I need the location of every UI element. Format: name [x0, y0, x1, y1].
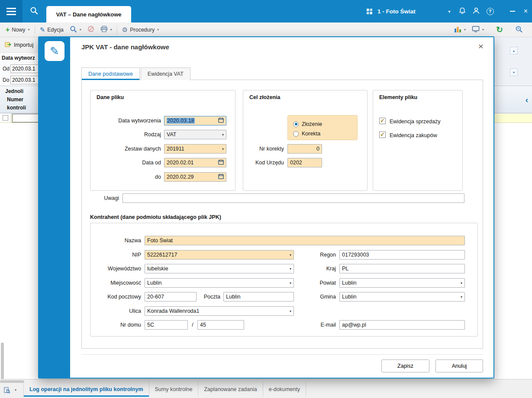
view-settings-button[interactable]: ▾ — [469, 24, 487, 36]
calendar-icon[interactable] — [218, 159, 224, 166]
checkbox-ewidencja-sprzedazy[interactable]: ✓ — [379, 118, 386, 124]
tab-label: Dane podstawowe — [88, 71, 133, 77]
bottom-tab-sumy-kontrolne[interactable]: Sumy kontrolne — [149, 382, 199, 397]
nr-domu-input[interactable] — [145, 320, 188, 330]
chevron-down-icon: ▾ — [461, 281, 462, 285]
collapse-panel-button[interactable]: ‹ — [522, 94, 532, 106]
tab-dane-podstawowe[interactable]: Dane podstawowe — [81, 67, 140, 80]
select-value: 201911 — [167, 146, 184, 152]
kod-pocztowy-input[interactable] — [145, 292, 197, 302]
cel-radio-group: Złożenie Korekta — [287, 115, 358, 140]
log-icon[interactable] — [3, 387, 10, 395]
close-window-button[interactable]: × — [519, 0, 532, 22]
scroll-down-button[interactable]: ▼ — [510, 68, 518, 76]
save-button[interactable]: Zapisz — [381, 359, 429, 372]
radio-zlozenie[interactable]: Złożenie — [293, 119, 357, 129]
search-tool-button[interactable]: ▾ — [67, 24, 84, 36]
calendar-icon[interactable] — [218, 173, 224, 180]
nip-select[interactable]: 5222612717 ▾ — [145, 250, 294, 260]
radio-korekta[interactable]: Korekta — [293, 129, 357, 138]
user-button[interactable] — [470, 0, 482, 22]
chart-button[interactable]: ▾ — [451, 24, 469, 36]
import-button[interactable]: Importuj — [2, 39, 36, 51]
search-button[interactable] — [24, 0, 43, 22]
bottom-tab-zaplanowane-zadania[interactable]: Zaplanowane zadania — [198, 382, 263, 397]
delete-icon — [87, 26, 94, 34]
powiat-select[interactable]: Lublin ▾ — [339, 278, 465, 288]
bottom-tab-label: Zaplanowane zadania — [204, 386, 257, 392]
minimize-button[interactable] — [506, 0, 519, 22]
row-checkbox[interactable] — [3, 115, 8, 121]
bottom-tab-e-dokumenty[interactable]: e-dokumenty — [263, 382, 306, 397]
tab-ewidencja-vat[interactable]: Ewidencja VAT — [141, 67, 190, 80]
select-value: lubelskie — [147, 266, 168, 272]
arrow-up-icon: ▲ — [513, 49, 516, 52]
filter-do-input[interactable] — [10, 76, 39, 84]
horizontal-scrollbar-thumb[interactable] — [0, 380, 24, 383]
data-wytworzenia-field[interactable]: 2020.03.18 — [164, 116, 226, 125]
menu-button[interactable] — [0, 0, 23, 22]
ulica-label: Ulica — [90, 308, 141, 314]
select-value: Konrada Wallenroda1 — [147, 308, 199, 314]
checkbox-label: Ewidencja sprzedaży — [390, 119, 440, 125]
notifications-button[interactable] — [456, 0, 468, 22]
search-icon — [30, 6, 38, 16]
filter-od-input[interactable] — [10, 64, 39, 73]
left-scrollbar-thumb[interactable] — [1, 343, 4, 379]
regon-input[interactable] — [339, 250, 465, 260]
filter-od-label: Od — [3, 66, 10, 72]
rodzaj-select[interactable]: VAT ▾ — [164, 130, 226, 139]
nr-korekty-field[interactable] — [287, 144, 322, 154]
kraj-input[interactable] — [339, 264, 465, 273]
collapse-left-icon: ‹ — [526, 95, 528, 105]
close-icon: × — [478, 41, 484, 51]
kod-urzedu-field[interactable] — [287, 158, 322, 167]
toolbar-separator — [117, 26, 117, 34]
cancel-button[interactable]: Anuluj — [435, 359, 483, 372]
refresh-icon: ↻ — [496, 26, 503, 34]
gear-icon: ⚙ — [122, 26, 128, 33]
data-do-label: do — [93, 174, 161, 180]
import-label: Importuj — [14, 42, 33, 48]
data-do-field[interactable]: 2020.02.29 — [164, 172, 226, 182]
poczta-label: Poczta — [199, 294, 220, 300]
kod-pocztowy-label: Kod pocztowy — [90, 294, 141, 300]
poczta-input[interactable] — [223, 292, 294, 302]
scroll-up-button[interactable]: ▲ — [510, 47, 518, 55]
nr-lokalu-input[interactable] — [197, 320, 244, 330]
help-button[interactable]: ? — [484, 0, 496, 22]
chevron-down-icon: ▾ — [110, 28, 112, 32]
procedures-button[interactable]: ⚙ Procedury ▾ — [119, 24, 162, 36]
search-grid-button[interactable] — [512, 24, 526, 36]
edit-button[interactable]: ✎ Edycja — [37, 24, 67, 36]
apps-grid-icon[interactable] — [364, 0, 375, 22]
data-wytworzenia-label: Data wytworzenia — [93, 118, 161, 124]
nazwa-input[interactable] — [145, 236, 465, 245]
dialog-close-button[interactable]: × — [475, 41, 487, 52]
grid-focused-cell[interactable] — [12, 114, 42, 122]
data-od-field[interactable]: 2020.02.01 — [164, 158, 226, 167]
uwagi-input[interactable] — [123, 193, 464, 203]
print-button[interactable]: ▾ — [97, 24, 115, 36]
ulica-select[interactable]: Konrada Wallenroda1 ▾ — [145, 306, 294, 316]
chart-icon — [454, 26, 461, 34]
calendar-icon[interactable] — [218, 117, 224, 124]
radio-label: Złożenie — [302, 121, 322, 127]
chevron-down-icon: ▾ — [222, 133, 224, 137]
select-value: 5222612717 — [147, 252, 177, 258]
window-tab-vat[interactable]: VAT – Dane nagłówkowe — [46, 6, 131, 22]
kod-urzedu-label: Kod Urzędu — [246, 160, 284, 166]
email-input[interactable] — [339, 320, 465, 330]
miejscowosc-select[interactable]: Lublin ▾ — [145, 278, 294, 288]
new-button[interactable]: + Nowy ▾ — [3, 24, 33, 36]
gmina-select[interactable]: Lublin ▾ — [339, 292, 465, 302]
chevron-down-icon[interactable]: ▾ — [445, 0, 454, 22]
zestaw-danych-select[interactable]: 201911 ▾ — [164, 144, 226, 154]
uwagi-label: Uwagi — [86, 195, 119, 201]
refresh-button[interactable]: ↻ — [493, 24, 506, 36]
chevron-down-icon[interactable]: ▾ — [15, 388, 16, 392]
company-selector[interactable]: 1 - Foto Świat — [377, 0, 416, 22]
bottom-tab-log[interactable]: Log operacji na jednolitym pliku kontrol… — [23, 382, 149, 397]
wojewodztwo-select[interactable]: lubelskie ▾ — [145, 264, 294, 273]
checkbox-ewidencja-zakupow[interactable]: ✓ — [379, 132, 386, 138]
